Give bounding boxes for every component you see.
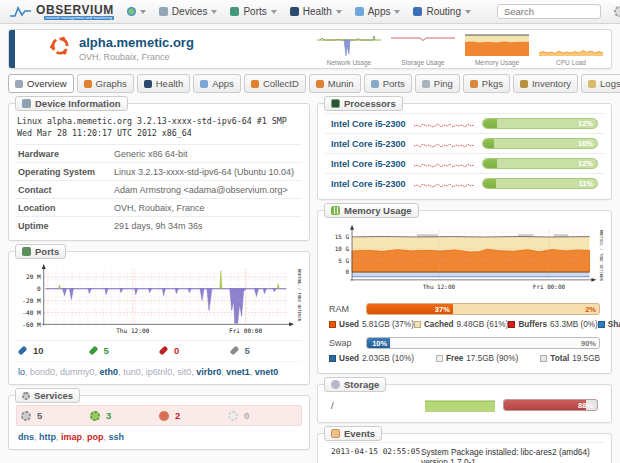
processor-usage-sparkline[interactable]	[414, 158, 474, 170]
navbar-menus: Devices Ports Health Apps	[159, 6, 471, 17]
row-value: Linux 3.2.13-xxxx-std-ipv6-64 (Ubuntu 10…	[114, 167, 294, 177]
menu-icon	[230, 7, 239, 16]
legend-swatch	[540, 355, 547, 362]
service-count[interactable]: 2	[159, 410, 228, 421]
cpu-minigraph-plot	[538, 32, 604, 58]
port-count[interactable]: 5	[230, 345, 301, 356]
event-message: System Package installed: libc-ares2 (am…	[421, 447, 598, 463]
chevron-down-icon	[140, 10, 146, 14]
processor-usage-sparkline[interactable]	[414, 118, 474, 130]
tab[interactable]: Overview	[8, 74, 74, 93]
interface-link[interactable]: eth0,	[100, 367, 124, 377]
processor-usage-sparkline[interactable]	[414, 138, 474, 150]
interface-name: tun0	[123, 367, 141, 377]
service-link[interactable]: dns,	[18, 432, 39, 442]
processor-usage-label: 10%	[578, 139, 593, 149]
service-link[interactable]: http,	[39, 432, 61, 442]
tab[interactable]: CollectD	[244, 74, 306, 93]
tab[interactable]: Munin	[309, 74, 361, 93]
service-count[interactable]: 5	[21, 410, 90, 421]
navbar-menu-item[interactable]: Ports	[230, 6, 276, 17]
interface-link[interactable]: tun0,	[123, 367, 146, 377]
ports-traffic-graph[interactable]: 20 M 0 -20 M -40 M -60 M Thu 12:00 Fri 0…	[16, 261, 302, 340]
legend-item: Used 5.81GB (37%)	[329, 320, 414, 329]
processor-name[interactable]: Intel Core i5-2300 @ 2.80GHz	[331, 159, 408, 169]
port-count[interactable]: 0	[159, 345, 230, 356]
tab[interactable]: Health	[137, 74, 190, 93]
processor-usage-sparkline[interactable]	[414, 178, 474, 190]
tab[interactable]: Ports	[364, 74, 412, 93]
interface-link[interactable]: dummy0,	[60, 367, 100, 377]
storage-minigraph[interactable]	[425, 398, 495, 412]
menu-label: Devices	[172, 6, 208, 17]
minigraph-storage[interactable]: Storage Usage	[389, 32, 457, 66]
tab[interactable]: Graphs	[77, 74, 134, 93]
logo-tagline: network management and monitoring	[44, 16, 114, 20]
row-value: 291 days, 9h 34m 36s	[114, 221, 203, 231]
memory-usage-graph[interactable]: 15 G 10 G 5 G 0 Thu 12:00 Fri 00:00 RRDT…	[325, 220, 604, 299]
chevron-down-icon	[211, 10, 217, 14]
svg-text:Fri 00:00: Fri 00:00	[229, 327, 263, 334]
device-information-table: Hardware Generic x86 64-bit Operating Sy…	[16, 144, 302, 234]
tab[interactable]: Pkgs	[463, 74, 510, 93]
interface-link[interactable]: vnet1,	[226, 367, 255, 377]
processor-row: Intel Core i5-2300 @ 2.80GHz 12%	[325, 153, 604, 173]
interface-link[interactable]: bond0,	[30, 367, 60, 377]
menu-icon	[355, 7, 364, 16]
port-count[interactable]: 10	[18, 345, 89, 356]
interface-link[interactable]: lo,	[18, 367, 30, 377]
table-row: Contact Adam Armstrong <adama@observium.…	[16, 180, 302, 198]
service-name: ssh	[109, 432, 125, 442]
service-link[interactable]: imap,	[61, 432, 87, 442]
service-count[interactable]: 0	[228, 410, 297, 421]
search-input[interactable]	[497, 4, 601, 19]
port-count[interactable]: 5	[89, 345, 160, 356]
service-count[interactable]: 3	[90, 410, 159, 421]
navbar-menu-item[interactable]: Devices	[159, 6, 218, 17]
interface-link[interactable]: ip6tnl0,	[146, 367, 178, 377]
row-value: Adam Armstrong <adama@observium.org>	[114, 185, 288, 195]
global-menu[interactable]	[127, 7, 146, 16]
tab[interactable]: Ping	[415, 74, 460, 93]
tab-label: Ping	[434, 78, 453, 89]
processor-name[interactable]: Intel Core i5-2300 @ 2.80GHz	[331, 139, 408, 149]
memory-header: Memory Usage	[324, 203, 419, 218]
tab[interactable]: Inventory	[513, 74, 578, 93]
panel-title: Services	[34, 390, 73, 401]
minigraph-cpu[interactable]: CPU Load	[537, 32, 605, 66]
legend-item: Cached 9.48GB (61%)	[414, 320, 508, 329]
device-status-bar	[9, 30, 15, 68]
panel-title: Processors	[344, 98, 396, 109]
settings-menu[interactable]	[614, 6, 620, 17]
legend-name: Free	[446, 354, 463, 363]
device-hostname[interactable]: alpha.memetic.org	[79, 35, 194, 51]
interface-link[interactable]: sit0,	[177, 367, 196, 377]
tab[interactable]: Apps	[193, 74, 241, 93]
svg-text:RRDTOOL / TOBI OETIKER: RRDTOOL / TOBI OETIKER	[297, 269, 302, 322]
processor-name[interactable]: Intel Core i5-2300 @ 2.80GHz	[331, 119, 408, 129]
interface-link[interactable]: vnet0,	[255, 367, 279, 377]
legend-item: Used 2.03GB (10%)	[329, 354, 414, 363]
navbar-menu-item[interactable]: Apps	[355, 6, 401, 17]
service-link[interactable]: pop,	[87, 432, 109, 442]
mountpoint-link[interactable]: /	[331, 400, 417, 411]
event-row: 2013-04-15 02:55:05 System Package insta…	[325, 442, 604, 463]
swap-usage-bar: 10% 90%	[366, 337, 600, 349]
device-tabbar: Overview Graphs Health Apps CollectD	[0, 69, 620, 93]
ports-icon	[22, 247, 31, 256]
panel-title: Storage	[344, 379, 379, 390]
minigraph-memory[interactable]: Memory Usage	[463, 32, 531, 66]
processor-name[interactable]: Intel Core i5-2300 @ 2.80GHz	[331, 179, 408, 189]
navbar-menu-item[interactable]: Health	[290, 6, 342, 17]
tab[interactable]: Logs	[581, 74, 620, 93]
storage-usage-bar: 88%	[503, 399, 598, 411]
storage-icon	[331, 380, 340, 389]
minigraph-network[interactable]: Network Usage	[315, 32, 383, 66]
service-link[interactable]: ssh,	[109, 432, 125, 442]
tab-label: Ports	[383, 78, 405, 89]
observium-logo[interactable]: OBSERVIUM network management and monitor…	[9, 4, 114, 20]
port-count-value: 5	[245, 345, 250, 356]
interface-link[interactable]: virbr0,	[196, 367, 226, 377]
navbar-menu-item[interactable]: Routing	[413, 6, 470, 17]
processor-usage-label: 11%	[578, 179, 593, 189]
